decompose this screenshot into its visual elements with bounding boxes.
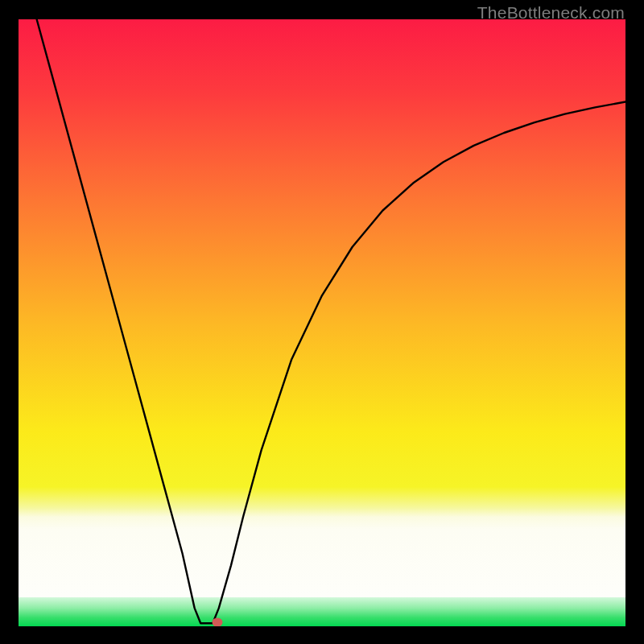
optimal-point-marker: [213, 617, 223, 626]
background-gradient: [19, 19, 625, 626]
watermark-text: TheBottleneck.com: [477, 3, 625, 23]
plot-area: [19, 19, 625, 626]
chart-frame: TheBottleneck.com: [0, 0, 644, 644]
svg-rect-0: [19, 19, 625, 626]
